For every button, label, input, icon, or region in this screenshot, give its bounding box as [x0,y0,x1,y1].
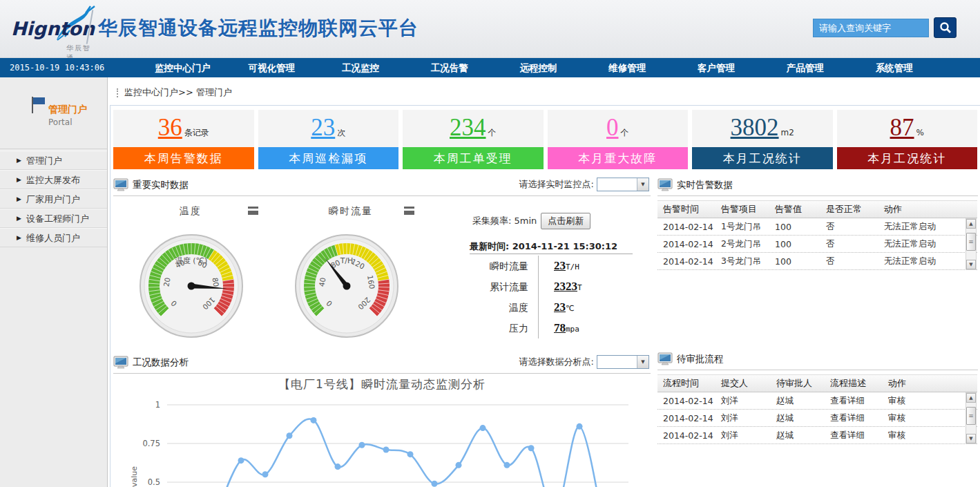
latest-time-label: 最新时间: 2014-11-21 15:30:12 [470,240,617,253]
search-button[interactable] [934,17,957,38]
chevron-down-icon[interactable]: ▼ [637,356,648,368]
caret-right-icon: ▶ [17,209,21,228]
view-detail-link[interactable]: 查看详细 [830,412,888,424]
approval-table-row: 2014-02-14刘洋赵城查看详细审核 [657,427,977,444]
caret-right-icon: ▶ [17,190,21,209]
stat-card-monthly-condition-pct: 87% 本月工况统计 [837,110,978,169]
stat-value-link[interactable]: 23 [311,114,335,141]
nav-timestamp: 2015-10-19 10:43:06 [10,63,104,73]
scroll-down-icon[interactable]: ▼ [966,434,976,443]
sidebar-item-repair-portal[interactable]: ▶维修人员门户 [0,228,107,247]
scrollbar-thumb[interactable]: ≡ [966,407,976,425]
search-bar [813,17,957,38]
svg-text:20: 20 [162,277,171,287]
portal-header: 管理门户 Portal [0,77,107,149]
reading-row: 温度23℃ [470,297,633,318]
flag-icon [29,95,47,115]
svg-text:T/H: T/H [340,256,354,265]
chart-menu-icon[interactable] [404,207,414,215]
caret-right-icon: ▶ [17,151,21,170]
approval-section-title: 待审批流程 [677,353,724,365]
breadcrumb: 监控中心门户>> 管理门户 [117,86,232,99]
stat-value-link[interactable]: 0 [606,114,619,141]
analysis-point-select[interactable]: ▼ [597,355,649,369]
main-nav: 2015-10-19 10:43:06 监控中心门户 可视化管理 工况监控 工况… [0,58,980,77]
portal-subtitle: Portal [48,117,72,127]
analysis-select-label: 请选择数据分析点: [519,356,594,368]
svg-text:value: value [130,466,139,487]
svg-text:1: 1 [155,400,160,410]
stat-label: 本周告警数据 [113,147,254,169]
alarm-table-row: 2014-02-142号龙门吊100否无法正常启动 [657,236,977,253]
stat-value-link[interactable]: 3802 [731,114,779,141]
reading-row: 累计流量2323T [470,276,633,297]
gauge-title-temperature: 温度 [180,205,202,218]
stats-row: 36条记录 本周告警数据 23次 本周巡检漏项 234个 本周工单受理 0个 本… [113,110,977,169]
svg-text:0.75: 0.75 [142,439,160,448]
stat-value-link[interactable]: 36 [158,114,182,141]
stat-value-link[interactable]: 87 [890,114,914,141]
logo: Hignton 华辰智通 [7,4,97,54]
stat-card-weekly-alarms: 36条记录 本周告警数据 [113,110,254,169]
nav-item-system[interactable]: 系统管理 [849,58,939,77]
search-input[interactable] [813,19,929,37]
caret-right-icon: ▶ [17,229,21,247]
scroll-down-icon[interactable]: ▼ [966,260,976,269]
svg-text:80: 80 [211,277,221,287]
sidebar-item-vendor-portal[interactable]: ▶厂家用户门户 [0,189,107,209]
svg-text:温度 (℃): 温度 (℃) [175,256,207,265]
analysis-section-title: 工况数据分析 [133,356,189,369]
search-icon [939,21,952,34]
nav-item-customers[interactable]: 客户管理 [672,58,761,77]
page-title: 华辰智通设备远程监控物联网云平台 [98,15,419,41]
breadcrumb-icon [117,88,119,97]
reading-row: 瞬时流量23T/H [470,256,633,276]
nav-item-monitor-center[interactable]: 监控中心门户 [138,58,227,77]
monitor-icon [113,178,128,192]
stat-label: 本月重大故障 [548,147,689,169]
approve-link[interactable]: 审核 [888,430,977,441]
sidebar-item-admin-portal[interactable]: ▶管理门户 [0,151,107,170]
temperature-gauge: 020406080100温度 (℃) [136,231,247,344]
chevron-down-icon[interactable]: ▼ [637,178,648,191]
alarm-table-header: 告警时间告警项目告警值是否正常动作 [657,200,977,218]
stat-value-link[interactable]: 234 [450,114,486,141]
approval-table-scrollbar[interactable]: ▲ ≡ ▼ [965,392,977,444]
nav-item-visualization[interactable]: 可视化管理 [227,58,316,77]
realtime-point-select[interactable]: ▼ [597,178,649,191]
approval-table-header: 流程时间提交人待审批人流程描述动作 [657,374,977,392]
scrollbar-thumb[interactable]: ≡ [966,233,976,251]
nav-item-condition-monitor[interactable]: 工况监控 [316,58,405,77]
approve-link[interactable]: 审核 [888,395,977,407]
analysis-section-header: 工况数据分析 请选择数据分析点: ▼ [113,352,651,374]
scroll-up-icon[interactable]: ▲ [966,393,976,403]
portal-title: 管理门户 [48,104,87,116]
scroll-up-icon[interactable]: ▲ [966,219,976,229]
svg-text:0.5: 0.5 [148,477,160,487]
alarm-section-header: 实时告警数据 [657,175,978,196]
stat-card-weekly-workorders: 234个 本周工单受理 [403,110,544,169]
stat-card-monthly-condition-area: 3802m2 本月工况统计 [692,110,833,169]
approval-section-header: 待审批流程 [657,349,978,370]
realtime-section-title: 重要实时数据 [133,179,189,191]
app-header: Hignton 华辰智通 华辰智通设备远程监控物联网云平台 [0,0,980,58]
chart-menu-icon[interactable] [248,207,258,215]
view-detail-link[interactable]: 查看详细 [830,395,888,407]
sidebar-item-engineer-portal[interactable]: ▶设备工程师门户 [0,209,107,228]
view-detail-link[interactable]: 查看详细 [830,430,888,441]
refresh-button[interactable]: 点击刷新 [541,213,590,229]
nav-item-condition-alarm[interactable]: 工况告警 [405,58,494,77]
approve-link[interactable]: 审核 [888,412,977,424]
alarm-table-row: 2014-02-141号龙门吊100否无法正常启动 [657,218,977,236]
nav-item-maintenance[interactable]: 维修管理 [583,58,672,77]
approval-table-row: 2014-02-14刘洋赵城查看详细审核 [657,410,977,427]
flow-gauge: 04080120160200T/H [291,231,402,344]
alarm-table-scrollbar[interactable]: ▲ ≡ ▼ [965,218,977,270]
nav-item-remote-control[interactable]: 远程控制 [494,58,583,77]
monitor-icon [113,356,128,370]
sidebar-item-big-screen[interactable]: ▶监控大屏发布 [0,170,107,189]
alarm-section-title: 实时告警数据 [677,179,733,191]
nav-item-products[interactable]: 产品管理 [760,58,849,77]
alarm-table-row: 2014-02-143号龙门吊100否无法正常启动 [657,253,977,270]
stat-card-weekly-inspection: 23次 本周巡检漏项 [258,110,399,169]
